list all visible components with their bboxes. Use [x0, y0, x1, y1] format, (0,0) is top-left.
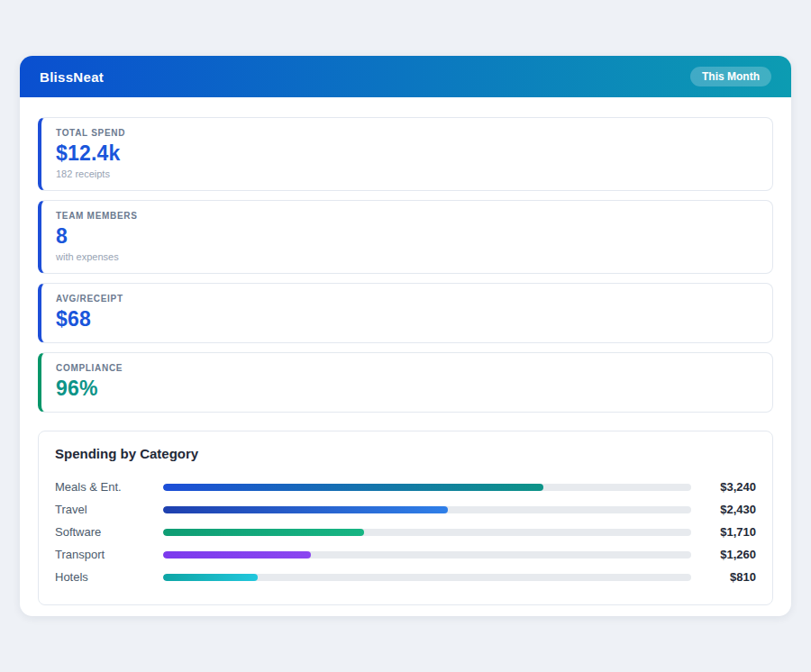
dashboard-body: TOTAL SPEND $12.4k 182 receipts TEAM MEM…	[20, 97, 791, 616]
category-row-transport: Transport $1,260	[55, 543, 756, 566]
month-badge[interactable]: This Month	[690, 67, 771, 86]
category-bar-fill	[163, 484, 543, 491]
category-bar-track	[163, 551, 691, 558]
category-bar-track	[163, 529, 691, 536]
stat-card-total-spend: TOTAL SPEND $12.4k 182 receipts	[38, 117, 773, 191]
category-label: Meals & Ent.	[55, 480, 163, 494]
stat-card-team-members: TEAM MEMBERS 8 with expenses	[38, 200, 773, 274]
category-row-meals: Meals & Ent. $3,240	[55, 476, 756, 498]
category-value: $2,430	[691, 503, 756, 516]
stat-card-avg-receipt: AVG/RECEIPT $68	[38, 283, 773, 343]
stat-label: TEAM MEMBERS	[56, 211, 758, 221]
app-title: BlissNeat	[40, 69, 104, 85]
category-label: Transport	[55, 548, 163, 561]
category-bar-fill	[163, 506, 448, 513]
stat-label: COMPLIANCE	[56, 363, 758, 373]
category-label: Hotels	[55, 570, 163, 584]
stat-value: $68	[56, 307, 758, 331]
spending-by-category-card: Spending by Category Meals & Ent. $3,240…	[38, 431, 773, 605]
category-value: $1,260	[691, 548, 756, 561]
stat-value: 96%	[56, 377, 758, 401]
category-value: $1,710	[691, 525, 756, 539]
category-value: $3,240	[691, 480, 756, 494]
stat-subtext: with expenses	[56, 251, 758, 262]
category-label: Travel	[55, 503, 163, 516]
category-bar-track	[163, 574, 691, 581]
stat-value: 8	[56, 224, 758, 249]
category-row-travel: Travel $2,430	[55, 498, 756, 521]
category-bar-fill	[163, 529, 364, 536]
category-bar-track	[163, 506, 691, 513]
stat-label: AVG/RECEIPT	[56, 294, 758, 304]
category-label: Software	[55, 525, 163, 539]
category-bar-fill	[163, 551, 311, 558]
stat-card-compliance: COMPLIANCE 96%	[38, 352, 773, 413]
category-bar-track	[163, 484, 691, 491]
category-row-hotels: Hotels $810	[55, 566, 756, 588]
category-bar-fill	[163, 574, 258, 581]
dashboard-card: BlissNeat This Month TOTAL SPEND $12.4k …	[20, 56, 791, 616]
category-value: $810	[691, 570, 756, 584]
stat-value: $12.4k	[56, 141, 758, 166]
stat-subtext: 182 receipts	[56, 168, 758, 179]
app-header: BlissNeat This Month	[20, 56, 791, 97]
stat-label: TOTAL SPEND	[56, 128, 758, 138]
category-row-software: Software $1,710	[55, 521, 756, 543]
spending-title: Spending by Category	[55, 446, 756, 461]
